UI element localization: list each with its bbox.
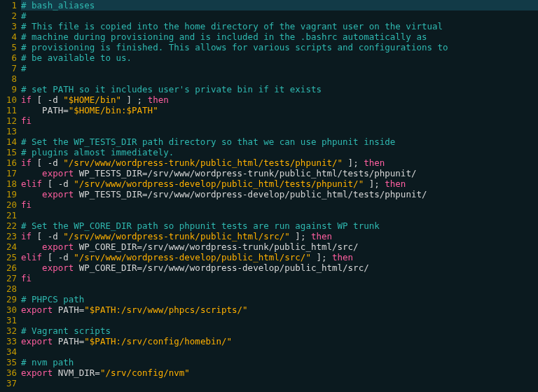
code-token: # plugins almost immediately.	[21, 147, 174, 158]
code-line[interactable]: elif [ -d "/srv/www/wordpress-develop/pu…	[21, 178, 538, 189]
code-token: #	[21, 10, 27, 21]
code-line[interactable]: PATH="$HOME/bin:$PATH"	[21, 105, 538, 115]
code-line[interactable]: #	[21, 10, 538, 21]
code-token: WP_CORE_DIR=/srv/www/wordpress-trunk/pub…	[74, 241, 358, 252]
code-token: [ -d	[32, 231, 63, 241]
code-line[interactable]	[21, 126, 538, 136]
line-number: 7	[0, 63, 17, 74]
code-line[interactable]	[21, 378, 538, 388]
line-number: 35	[0, 357, 17, 368]
line-number: 31	[0, 315, 17, 326]
code-token	[21, 241, 42, 252]
code-token: [ -d	[42, 252, 74, 262]
code-line[interactable]: export PATH="$PATH:/srv/www/phpcs/script…	[21, 304, 538, 315]
line-number: 32	[0, 326, 17, 336]
code-token: ];	[343, 158, 364, 168]
line-number: 36	[0, 368, 17, 378]
code-token: "$PATH:/srv/config/homebin/"	[84, 336, 232, 346]
line-number: 17	[0, 168, 17, 178]
line-number: 12	[0, 115, 17, 126]
line-number: 25	[0, 252, 17, 262]
code-token: ];	[364, 178, 385, 189]
line-number: 23	[0, 231, 17, 241]
code-token: "$HOME/bin:$PATH"	[69, 105, 158, 115]
code-token: ];	[311, 252, 332, 262]
code-token: export	[42, 168, 74, 178]
code-line[interactable]: export WP_CORE_DIR=/srv/www/wordpress-tr…	[21, 241, 538, 252]
line-number: 9	[0, 84, 17, 94]
code-token: # machine during provisioning and is inc…	[21, 31, 427, 42]
code-line[interactable]: export WP_TESTS_DIR=/srv/www/wordpress-t…	[21, 168, 538, 178]
line-number: 2	[0, 10, 17, 21]
code-line[interactable]: # nvm path	[21, 357, 538, 368]
line-number: 28	[0, 284, 17, 294]
line-number: 27	[0, 273, 17, 284]
code-line[interactable]: if [ -d "$HOME/bin" ] ; then	[21, 94, 538, 105]
line-number: 13	[0, 126, 17, 136]
code-line[interactable]: # set PATH so it includes user's private…	[21, 84, 538, 94]
code-line[interactable]	[21, 315, 538, 326]
code-token: fi	[21, 115, 32, 126]
code-line[interactable]	[21, 346, 538, 357]
code-line[interactable]: if [ -d "/srv/www/wordpress-trunk/public…	[21, 231, 538, 241]
code-token: WP_TESTS_DIR=/srv/www/wordpress-develop/…	[74, 189, 427, 200]
code-line[interactable]: # This file is copied into the home dire…	[21, 21, 538, 31]
code-line[interactable]: # be available to us.	[21, 52, 538, 63]
line-number: 29	[0, 294, 17, 304]
code-token: export	[42, 189, 74, 200]
code-line[interactable]: fi	[21, 115, 538, 126]
code-token: if	[21, 94, 32, 105]
code-line[interactable]: # machine during provisioning and is inc…	[21, 31, 538, 42]
line-number: 26	[0, 262, 17, 273]
code-line[interactable]: export WP_TESTS_DIR=/srv/www/wordpress-d…	[21, 189, 538, 200]
code-line[interactable]: # bash_aliases	[21, 0, 538, 10]
line-number-gutter: 1234567891011121314151617181920212223242…	[0, 0, 21, 388]
code-token: ] ;	[121, 94, 148, 105]
code-token: export	[21, 368, 53, 378]
code-line[interactable]: # provisioning is finished. This allows …	[21, 42, 538, 52]
code-token: # This file is copied into the home dire…	[21, 21, 443, 31]
code-line[interactable]: # Set the WP_TESTS_DIR path directory so…	[21, 136, 538, 147]
code-line[interactable]: fi	[21, 200, 538, 210]
code-line[interactable]	[21, 210, 538, 220]
line-number: 5	[0, 42, 17, 52]
code-line[interactable]: # PHPCS path	[21, 294, 538, 304]
line-number: 3	[0, 21, 17, 31]
line-number: 10	[0, 94, 17, 105]
code-token: then	[311, 231, 332, 241]
code-line[interactable]	[21, 74, 538, 84]
line-number: 34	[0, 346, 17, 357]
line-number: 21	[0, 210, 17, 220]
code-token: "$PATH:/srv/www/phpcs/scripts/"	[84, 304, 247, 315]
code-token: export	[42, 241, 74, 252]
code-area[interactable]: # bash_aliases## This file is copied int…	[21, 0, 538, 388]
line-number: 19	[0, 189, 17, 200]
code-line[interactable]: if [ -d "/srv/www/wordpress-trunk/public…	[21, 158, 538, 168]
code-line[interactable]: # Vagrant scripts	[21, 326, 538, 336]
line-number: 8	[0, 74, 17, 84]
code-token	[21, 189, 42, 200]
code-line[interactable]: elif [ -d "/srv/www/wordpress-develop/pu…	[21, 252, 538, 262]
code-token: if	[21, 158, 32, 168]
code-line[interactable]: # Set the WP_CORE_DIR path so phpunit te…	[21, 220, 538, 231]
code-token: fi	[21, 200, 32, 210]
code-line[interactable]: export WP_CORE_DIR=/srv/www/wordpress-de…	[21, 262, 538, 273]
code-token: #	[21, 63, 27, 74]
code-token: PATH=	[53, 304, 84, 315]
code-token: "/srv/www/wordpress-trunk/public_html/sr…	[63, 231, 290, 241]
line-number: 11	[0, 105, 17, 115]
line-number: 24	[0, 241, 17, 252]
code-editor[interactable]: 1234567891011121314151617181920212223242…	[0, 0, 538, 388]
code-line[interactable]: export NVM_DIR="/srv/config/nvm"	[21, 368, 538, 378]
code-line[interactable]: fi	[21, 273, 538, 284]
code-line[interactable]	[21, 284, 538, 294]
code-token	[21, 168, 42, 178]
code-token: elif	[21, 178, 42, 189]
line-number: 33	[0, 336, 17, 346]
code-token: if	[21, 231, 32, 241]
code-token: then	[385, 178, 406, 189]
code-line[interactable]: export PATH="$PATH:/srv/config/homebin/"	[21, 336, 538, 346]
code-line[interactable]: # plugins almost immediately.	[21, 147, 538, 158]
code-line[interactable]: #	[21, 63, 538, 74]
code-token: "/srv/config/nvm"	[100, 368, 190, 378]
